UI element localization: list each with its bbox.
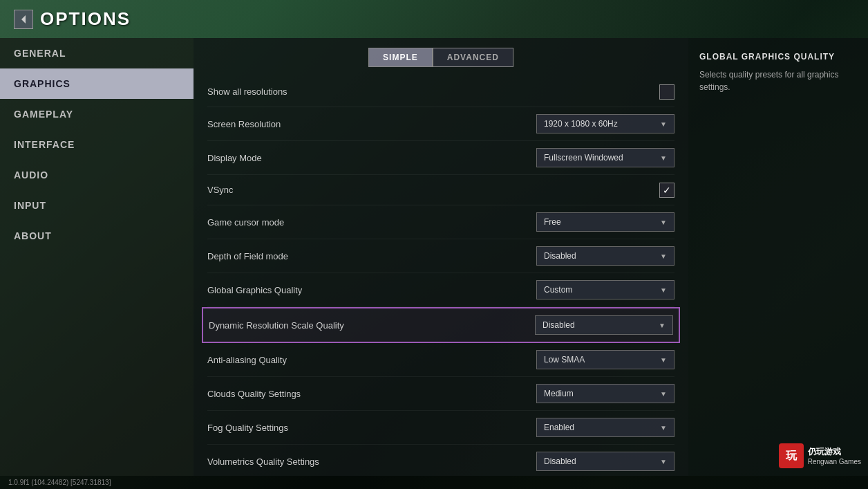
label-dynamic-res: Dynamic Resolution Scale Quality: [209, 320, 344, 331]
dropdown-anti-aliasing-value: Low SMAA: [544, 355, 585, 365]
label-screen-res: Screen Resolution: [207, 119, 281, 129]
control-show-all-res: [659, 84, 674, 100]
sidebar-item-graphics[interactable]: GRAPHICS: [0, 68, 194, 99]
setting-row-display-mode: Display Mode Fullscreen Windowed ▼: [207, 141, 674, 175]
chevron-down-icon: ▼: [660, 356, 667, 364]
label-cursor-mode: Game cursor mode: [207, 217, 284, 228]
dropdown-global-quality[interactable]: Custom ▼: [536, 280, 674, 299]
setting-row-fog-quality: Fog Quality Settings Enabled ▼: [207, 411, 674, 445]
control-dynamic-res: Disabled ▼: [535, 315, 673, 335]
chevron-down-icon: ▼: [660, 390, 667, 398]
dropdown-fog-quality[interactable]: Enabled ▼: [536, 418, 674, 437]
checkbox-show-all-res[interactable]: [659, 84, 674, 100]
setting-row-show-all-res: Show all resolutions: [207, 77, 674, 107]
checkbox-vsync[interactable]: [659, 183, 674, 198]
control-volumetrics-quality: Disabled ▼: [536, 452, 674, 471]
watermark-brand: 仍玩游戏 Rengwan Games: [808, 446, 861, 465]
sidebar-item-input[interactable]: INPUT: [0, 190, 194, 221]
dropdown-display-mode[interactable]: Fullscreen Windowed ▼: [536, 148, 674, 167]
sidebar-item-about[interactable]: ABOUT: [0, 221, 194, 251]
tab-advanced[interactable]: ADVANCED: [433, 48, 513, 67]
info-panel-description: Selects quality presets for all graphics…: [699, 68, 857, 93]
info-panel: GLOBAL GRAPHICS QUALITY Selects quality …: [688, 38, 868, 476]
control-global-quality: Custom ▼: [536, 280, 674, 299]
sidebar-item-audio[interactable]: AUDIO: [0, 160, 194, 190]
dropdown-dynamic-res[interactable]: Disabled ▼: [535, 315, 673, 335]
setting-row-vsync: VSync: [207, 175, 674, 205]
chevron-down-icon: ▼: [660, 252, 667, 260]
label-display-mode: Display Mode: [207, 153, 262, 163]
title-bar: OPTIONS: [0, 0, 868, 38]
setting-row-cursor-mode: Game cursor mode Free ▼: [207, 205, 674, 239]
setting-row-volumetrics-quality: Volumetrics Quality Settings Disabled ▼: [207, 445, 674, 476]
control-display-mode: Fullscreen Windowed ▼: [536, 148, 674, 167]
watermark-icon: 玩: [779, 443, 804, 468]
label-clouds-quality: Clouds Quality Settings: [207, 389, 301, 399]
dropdown-display-mode-value: Fullscreen Windowed: [544, 153, 623, 163]
control-vsync: [659, 183, 674, 198]
control-anti-aliasing: Low SMAA ▼: [536, 350, 674, 369]
info-panel-title: GLOBAL GRAPHICS QUALITY: [699, 52, 857, 62]
dropdown-volumetrics-quality[interactable]: Disabled ▼: [536, 452, 674, 471]
setting-row-screen-res: Screen Resolution 1920 x 1080 x 60Hz ▼: [207, 107, 674, 141]
control-fog-quality: Enabled ▼: [536, 418, 674, 437]
dropdown-screen-res-value: 1920 x 1080 x 60Hz: [544, 119, 618, 129]
label-dof-mode: Depth of Field mode: [207, 251, 288, 261]
chevron-down-icon: ▼: [660, 458, 667, 465]
watermark: 玩 仍玩游戏 Rengwan Games: [779, 443, 861, 468]
label-show-all-res: Show all resolutions: [207, 86, 287, 97]
sidebar-item-gameplay[interactable]: GAMEPLAY: [0, 99, 194, 129]
dropdown-global-quality-value: Custom: [544, 285, 572, 295]
dropdown-dof-mode-value: Disabled: [544, 251, 576, 261]
setting-row-dynamic-res: Dynamic Resolution Scale Quality Disable…: [202, 307, 680, 343]
dropdown-volumetrics-quality-value: Disabled: [544, 456, 576, 466]
chevron-down-icon: ▼: [659, 322, 666, 329]
tab-simple[interactable]: SIMPLE: [368, 48, 433, 67]
control-dof-mode: Disabled ▼: [536, 246, 674, 266]
chevron-down-icon: ▼: [660, 219, 667, 226]
dropdown-cursor-mode[interactable]: Free ▼: [536, 212, 674, 232]
svg-marker-0: [21, 15, 26, 24]
label-volumetrics-quality: Volumetrics Quality Settings: [207, 456, 319, 467]
dropdown-clouds-quality-value: Medium: [544, 389, 574, 398]
panel-overlay: OPTIONS GENERAL GRAPHICS GAMEPLAY INTERF…: [0, 0, 868, 489]
dropdown-cursor-mode-value: Free: [544, 217, 561, 227]
label-fog-quality: Fog Quality Settings: [207, 423, 288, 433]
chevron-down-icon: ▼: [660, 120, 667, 128]
dropdown-anti-aliasing[interactable]: Low SMAA ▼: [536, 350, 674, 369]
page-title: OPTIONS: [40, 8, 131, 30]
setting-row-global-quality: Global Graphics Quality Custom ▼: [207, 273, 674, 307]
version-text: 1.0.9f1 (104.24482) [5247.31813]: [8, 479, 111, 486]
dropdown-dof-mode[interactable]: Disabled ▼: [536, 246, 674, 266]
dropdown-fog-quality-value: Enabled: [544, 423, 574, 432]
dropdown-dynamic-res-value: Disabled: [542, 320, 575, 330]
tab-bar: SIMPLE ADVANCED: [194, 38, 688, 77]
sidebar-item-general[interactable]: GENERAL: [0, 38, 194, 68]
control-cursor-mode: Free ▼: [536, 212, 674, 232]
back-button[interactable]: [14, 10, 33, 29]
control-clouds-quality: Medium ▼: [536, 384, 674, 403]
setting-row-clouds-quality: Clouds Quality Settings Medium ▼: [207, 377, 674, 411]
bottom-bar: 1.0.9f1 (104.24482) [5247.31813]: [0, 476, 868, 489]
dropdown-screen-res[interactable]: 1920 x 1080 x 60Hz ▼: [536, 114, 674, 133]
label-anti-aliasing: Anti-aliasing Quality: [207, 355, 287, 365]
control-screen-res: 1920 x 1080 x 60Hz ▼: [536, 114, 674, 133]
chevron-down-icon: ▼: [660, 154, 667, 162]
sidebar: GENERAL GRAPHICS GAMEPLAY INTERFACE AUDI…: [0, 38, 194, 476]
dropdown-clouds-quality[interactable]: Medium ▼: [536, 384, 674, 403]
settings-list: Show all resolutions Screen Resolution 1…: [194, 77, 688, 476]
main-content: GENERAL GRAPHICS GAMEPLAY INTERFACE AUDI…: [0, 38, 868, 476]
chevron-down-icon: ▼: [660, 286, 667, 294]
setting-row-dof-mode: Depth of Field mode Disabled ▼: [207, 239, 674, 273]
label-global-quality: Global Graphics Quality: [207, 285, 302, 295]
center-panel: SIMPLE ADVANCED Show all resolutions Scr…: [194, 38, 688, 476]
sidebar-item-interface[interactable]: INTERFACE: [0, 129, 194, 160]
chevron-down-icon: ▼: [660, 424, 667, 432]
label-vsync: VSync: [207, 185, 234, 195]
setting-row-anti-aliasing: Anti-aliasing Quality Low SMAA ▼: [207, 343, 674, 377]
